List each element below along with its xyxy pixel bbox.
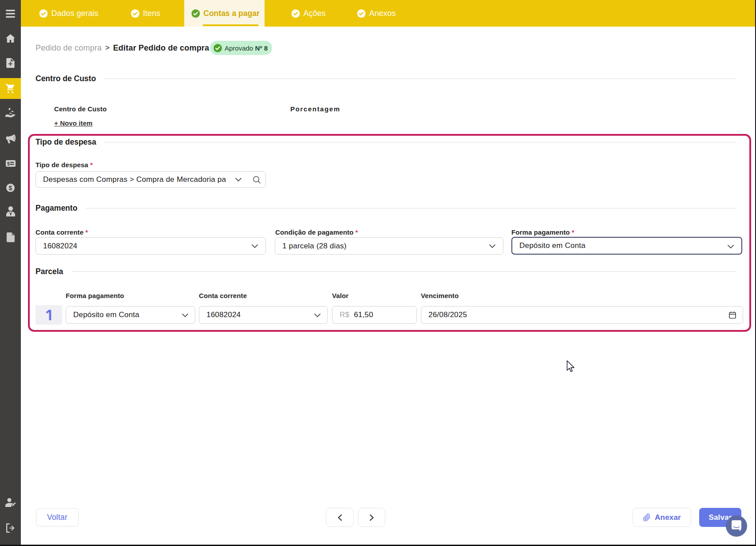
svg-text:$: $ [9,185,12,192]
svg-text:$: $ [7,161,10,166]
